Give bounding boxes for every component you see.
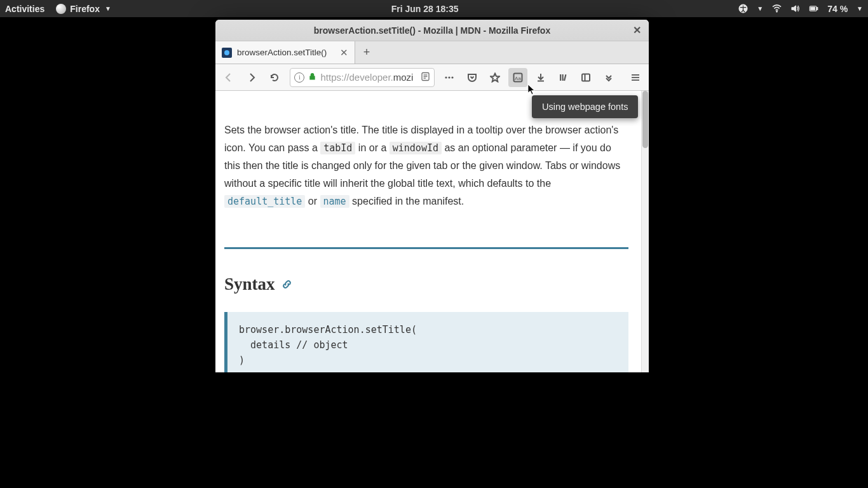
svg-point-2: [776, 11, 778, 12]
app-menu-label: Firefox: [70, 4, 100, 14]
volume-icon[interactable]: [790, 4, 800, 13]
svg-point-1: [742, 5, 744, 7]
code-tabid: tabId: [320, 142, 355, 154]
svg-rect-15: [560, 74, 561, 81]
svg-rect-16: [562, 74, 563, 81]
gnome-topbar: Activities Firefox ▼ Fri Jun 28 18:35 ▼ …: [0, 0, 868, 17]
clock[interactable]: Fri Jun 28 18:35: [111, 4, 738, 14]
wifi-icon[interactable]: [772, 4, 782, 13]
app-menu[interactable]: Firefox ▼: [56, 4, 111, 14]
window-titlebar[interactable]: browserAction.setTitle() - Mozilla | MDN…: [215, 20, 649, 41]
svg-rect-21: [632, 77, 639, 78]
code-windowid: windowId: [390, 142, 442, 154]
code-name[interactable]: name: [320, 195, 349, 208]
svg-text:Aa: Aa: [515, 75, 521, 81]
bookmark-star-button[interactable]: [485, 68, 505, 87]
tab-label: browserAction.setTitle(): [237, 48, 334, 57]
chevron-down-icon: ▼: [105, 5, 111, 12]
syntax-codeblock: browser.browserAction.setTitle( details …: [224, 312, 628, 372]
tab-close-button[interactable]: ✕: [339, 47, 348, 58]
hamburger-menu-button[interactable]: [626, 68, 645, 87]
url-bar[interactable]: i https://developer.mozi: [290, 68, 435, 87]
battery-percent: 74 %: [827, 4, 848, 14]
mdn-favicon: [222, 48, 232, 58]
battery-icon[interactable]: [809, 4, 818, 13]
url-text: https://developer.mozi: [320, 72, 417, 83]
syntax-heading: Syntax: [224, 274, 628, 294]
section-divider: [224, 247, 628, 249]
svg-point-11: [449, 76, 451, 78]
page-actions-button[interactable]: [440, 68, 459, 87]
accessibility-icon[interactable]: [738, 4, 748, 13]
library-button[interactable]: [554, 68, 573, 87]
forward-button[interactable]: [242, 68, 261, 87]
site-info-icon[interactable]: i: [294, 72, 304, 83]
overflow-button[interactable]: [599, 68, 618, 87]
new-tab-button[interactable]: +: [355, 41, 378, 64]
tooltip: Using webpage fonts: [532, 95, 638, 118]
reload-button[interactable]: [265, 68, 284, 87]
svg-point-12: [452, 76, 454, 78]
content-viewport: Sets the browser action's title. The tit…: [215, 91, 649, 372]
intro-paragraph: Sets the browser action's title. The tit…: [224, 121, 628, 210]
downloads-button[interactable]: [531, 68, 550, 87]
code-default-title[interactable]: default_title: [224, 195, 305, 208]
window-title: browserAction.setTitle() - Mozilla | MDN…: [314, 25, 550, 36]
back-button[interactable]: [219, 68, 238, 87]
pocket-button[interactable]: [463, 68, 482, 87]
activities-button[interactable]: Activities: [5, 4, 44, 14]
svg-rect-4: [817, 8, 818, 10]
lock-icon: [308, 72, 316, 83]
chevron-down-icon: ▼: [857, 5, 863, 12]
scrollbar[interactable]: [641, 91, 649, 372]
svg-rect-22: [632, 79, 639, 81]
svg-rect-20: [632, 74, 639, 76]
svg-rect-18: [582, 74, 590, 81]
sidebar-button[interactable]: [576, 68, 595, 87]
svg-point-10: [445, 76, 447, 78]
permalink-icon[interactable]: [281, 274, 292, 294]
firefox-window: browserAction.setTitle() - Mozilla | MDN…: [215, 20, 649, 372]
chevron-down-icon: ▼: [757, 5, 763, 12]
browser-tab[interactable]: browserAction.setTitle() ✕: [215, 41, 355, 64]
firefox-icon: [56, 4, 66, 14]
svg-rect-5: [811, 7, 815, 10]
page-content[interactable]: Sets the browser action's title. The tit…: [215, 91, 641, 372]
tab-strip: browserAction.setTitle() ✕ +: [215, 41, 649, 64]
svg-rect-17: [564, 74, 567, 81]
scrollbar-thumb[interactable]: [642, 91, 648, 148]
font-toggle-button[interactable]: Aa: [508, 68, 527, 87]
reader-mode-icon[interactable]: [421, 72, 430, 83]
window-close-button[interactable]: ✕: [631, 25, 642, 36]
nav-toolbar: i https://developer.mozi Aa: [215, 64, 649, 91]
